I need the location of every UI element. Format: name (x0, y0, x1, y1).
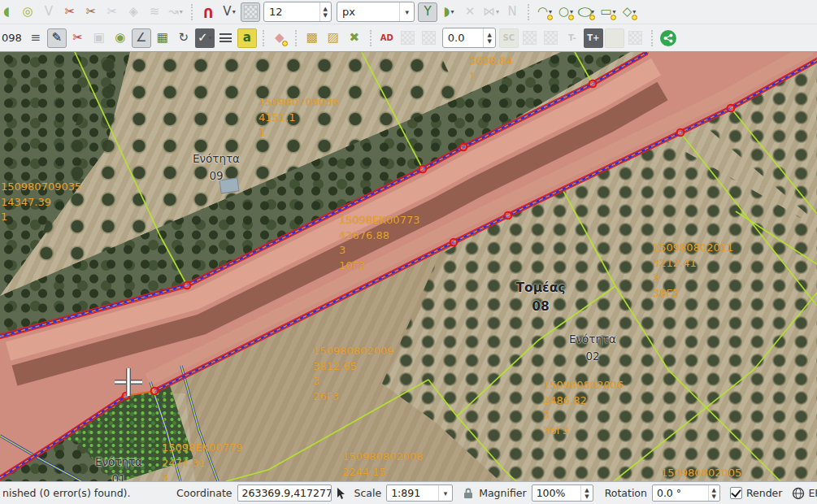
new-feature-star-icon (611, 15, 616, 20)
text-plus-icon[interactable]: T+ (584, 28, 603, 48)
disabled-plugin-4-icon[interactable] (541, 28, 561, 48)
disabled-plugin-3-icon[interactable] (520, 28, 540, 48)
tracing-icon[interactable]: Y (418, 2, 437, 22)
new-feature-star-icon (282, 41, 288, 46)
coordinate-input[interactable]: 263369.9,4172779.6 (237, 484, 332, 502)
cube-export-icon[interactable]: ▩ (302, 28, 322, 48)
scale-label: Scale (354, 487, 382, 499)
ad-plugin-icon[interactable]: AD (377, 28, 397, 48)
toolbar-separator (191, 4, 193, 20)
parcel-label: 1509807090364151.11 (259, 95, 339, 141)
add-circular-string-icon[interactable]: ◠▾ (535, 2, 554, 22)
chevron-down-icon[interactable]: ▾ (450, 8, 454, 15)
advanced-digitizing-panel-icon[interactable]: ∠ (132, 28, 151, 48)
spin-arrows-icon[interactable]: ▲▼ (580, 485, 592, 501)
disabled-plugin-1-icon[interactable] (398, 28, 418, 48)
new-feature-star-icon (632, 15, 637, 20)
render-checkbox[interactable] (730, 487, 742, 499)
add-rectangle-icon[interactable]: ▭▾ (598, 2, 618, 22)
lock-scale-icon[interactable] (463, 487, 474, 499)
sc-plugin-icon[interactable]: SC (499, 28, 519, 48)
avoid-intersections-icon[interactable]: ◗▾ (439, 2, 458, 22)
merge-attributes-icon[interactable]: ◈ (124, 2, 143, 22)
build-tools-icon[interactable]: ✖ (345, 28, 364, 48)
parcel-boundary-line (614, 293, 817, 481)
disabled-plugin-5-icon[interactable] (605, 28, 624, 48)
current-edits-icon[interactable]: ≡ (26, 28, 46, 48)
trim-extend-icon[interactable]: N (502, 2, 522, 22)
add-circle-icon[interactable]: ○▾ (556, 2, 576, 22)
split-features-icon[interactable]: ✂ (60, 2, 80, 22)
angle-spinbox[interactable]: 0.0▲▼ (442, 28, 496, 48)
new-feature-star-icon (589, 15, 595, 20)
paste-features-icon[interactable]: ▣ (89, 28, 109, 48)
delete-part-icon[interactable]: ✕ (460, 2, 480, 22)
globe-crs-icon[interactable] (792, 487, 805, 500)
snapping-options-icon[interactable]: U (198, 2, 218, 22)
parcel-boundary-line (428, 380, 457, 416)
chevron-down-icon[interactable]: ▾ (438, 485, 453, 501)
rotate-feature-icon[interactable]: ↻ (174, 28, 193, 48)
merge-features-icon[interactable]: ✂ (102, 2, 122, 22)
snapping-tolerance-spinbox[interactable]: 12▲▼ (263, 2, 332, 22)
toggle-editing-icon[interactable]: ✎ (47, 28, 67, 48)
digitize-freehand-icon[interactable]: ◖ (0, 2, 16, 22)
epsg-crs-text[interactable]: EPSG:210 (808, 487, 817, 499)
text-minus-icon[interactable]: T- (563, 28, 582, 48)
chevron-down-icon[interactable]: ▾ (180, 8, 183, 15)
area-label: Τομέας08 (515, 279, 565, 316)
status-message: nished (0 error(s) found). (2, 487, 165, 499)
split-parts-icon[interactable]: ✂ (81, 2, 101, 22)
snapping-type-icon[interactable]: V▾ (219, 2, 239, 22)
cube-import-icon[interactable]: ▨ (324, 28, 343, 48)
parcel-label: 1509808020113212.41338Γ3 (653, 241, 733, 301)
parcel-boundary-line (731, 108, 817, 214)
chevron-down-icon[interactable]: ▾ (232, 8, 236, 15)
vertex-marker (419, 166, 427, 173)
spin-arrows-icon[interactable]: ▲▼ (319, 2, 331, 21)
add-ellipse-icon[interactable]: ○▾ (577, 2, 597, 22)
offset-curve-icon[interactable]: ↝▾ (166, 2, 185, 22)
vertex-marker (728, 105, 735, 112)
scale-combobox[interactable]: 1:891 ▾ (386, 484, 453, 502)
chevron-down-icon[interactable]: ▾ (496, 8, 499, 15)
rotation-spinbox[interactable]: 0.0 ° ▲▼ (652, 484, 720, 502)
vertex-marker (589, 80, 597, 88)
move-feature-icon[interactable]: ◎ (18, 2, 37, 22)
coordinate-extent-toggle-icon[interactable] (335, 487, 348, 500)
layer-name-clipped: 098 (2, 32, 22, 44)
spin-arrows-icon[interactable]: ▲▼ (483, 28, 494, 47)
attribute-list-icon[interactable] (216, 28, 236, 48)
select-checkbox-icon[interactable]: ✓▾ (195, 28, 215, 48)
map-canvas[interactable]: 1509807090364151.113698.8411509807090351… (0, 52, 817, 481)
area-label: Ενότητα02 (569, 331, 616, 365)
spin-arrows-icon[interactable]: ▲▼ (708, 485, 719, 501)
chevron-down-icon[interactable]: ▾ (209, 34, 212, 41)
disabled-plugin-6-icon[interactable] (626, 28, 645, 48)
snapping-texture-toggle[interactable] (241, 2, 260, 22)
add-regular-polygon-icon[interactable]: ◇▾ (619, 2, 639, 22)
share-icon[interactable] (658, 28, 678, 48)
vertex-marker (505, 212, 512, 219)
vertex-marker (184, 282, 191, 289)
spin-arrows-icon[interactable]: ▾ (399, 2, 414, 21)
disabled-plugin-2-icon[interactable] (419, 28, 439, 48)
rotation-label: Rotation (605, 487, 647, 499)
add-record-icon[interactable]: ▦ (153, 28, 172, 48)
magnifier-spinbox[interactable]: 100% ▲▼ (532, 484, 593, 502)
vertex-tool-icon[interactable]: V (39, 2, 59, 22)
parcel-label: 15098EK0077342676.88310Γ3 (339, 213, 419, 273)
flip-line-icon[interactable]: ⋈▾ (481, 2, 501, 22)
snapping-units-combo[interactable]: px▾ (337, 2, 415, 22)
parcel-boundary-line (575, 52, 593, 84)
reshape-features-icon[interactable]: ≋ (145, 2, 164, 22)
labeling-icon[interactable]: a (237, 28, 257, 48)
polygon-overlay-icon[interactable]: ◆ (270, 28, 289, 48)
copy-features-icon[interactable]: ◉ (111, 28, 130, 48)
magnifier-label: Magnifier (479, 487, 526, 499)
toolbar-editing-plugins: 098≡✎✂▣◉∠▦↻✓▾a◆▩▨✖AD0.0▲▼SCT-T+ (0, 24, 817, 52)
new-feature-star-icon (547, 15, 553, 20)
toolbar-digitizing: ◖◎V✂✂✂◈≋↝▾UV▾12▲▼px▾Y◗▾✕⋈▾N◠▾○▾○▾▭▾◇▾ (0, 0, 817, 24)
split-features-icon[interactable]: ✂ (68, 28, 88, 48)
parcel-label: 1509808020093812.65326Γ3 (313, 344, 393, 404)
